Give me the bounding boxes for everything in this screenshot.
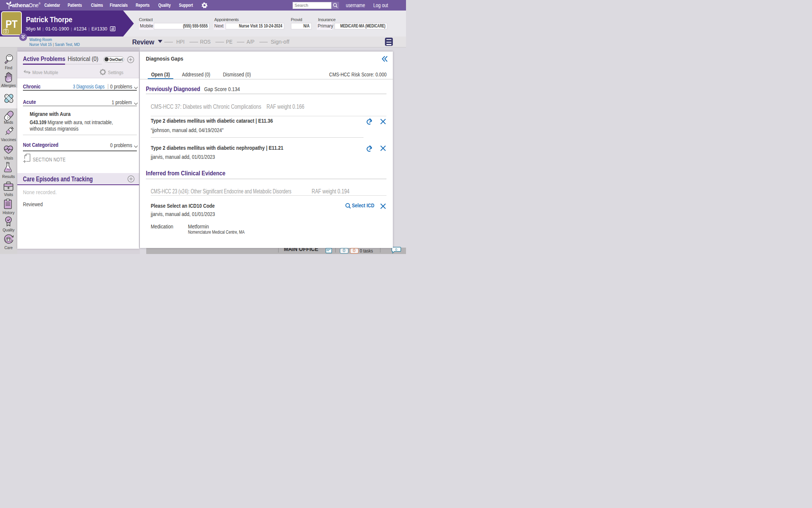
svg-text:0: 0 — [395, 247, 397, 251]
